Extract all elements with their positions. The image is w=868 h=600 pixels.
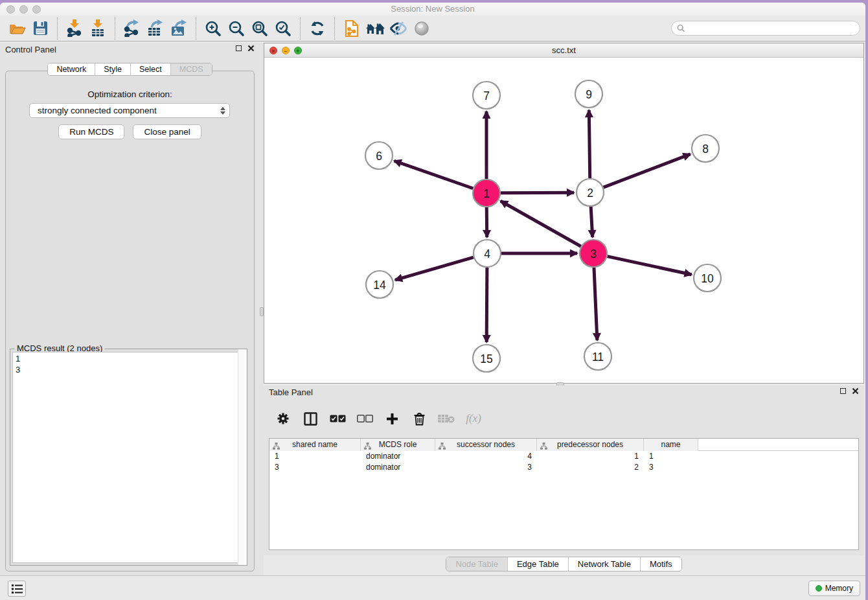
minimize-window-button[interactable]: [19, 5, 28, 14]
table-header: shared nameMCDS rolesuccessor nodesprede…: [269, 439, 858, 451]
graph-node-1[interactable]: 1: [473, 179, 500, 207]
graph-edge-3-1[interactable]: [501, 201, 581, 246]
import-network-button[interactable]: [63, 17, 86, 40]
close-panel-icon[interactable]: [247, 45, 255, 52]
homes-button[interactable]: [363, 17, 387, 40]
zoom-selected-button[interactable]: [271, 17, 295, 40]
graph-node-11[interactable]: 11: [584, 343, 611, 370]
graph-node-6[interactable]: 6: [365, 142, 393, 169]
table-row[interactable]: 3dominator323: [269, 462, 858, 473]
toolbar-separator: [196, 17, 196, 40]
graph-node-9[interactable]: 9: [575, 80, 602, 108]
graph-edge-3-10[interactable]: [608, 257, 692, 275]
network-title: scc.txt: [264, 43, 863, 57]
export-image-icon: [170, 19, 188, 37]
column-type-icon: [540, 441, 547, 453]
mcds-document-button[interactable]: [340, 17, 363, 40]
network-window-titlebar[interactable]: × − + scc.txt: [264, 43, 863, 58]
graph-edge-4-14[interactable]: [395, 257, 474, 280]
table-cell[interactable]: 2: [537, 462, 644, 473]
graph-edge-1-6[interactable]: [394, 161, 474, 188]
table-cell[interactable]: 3: [435, 462, 537, 473]
node-label: 3: [590, 248, 597, 260]
close-window-button[interactable]: [6, 5, 15, 14]
column-header-name[interactable]: name: [644, 439, 698, 451]
export-network-button[interactable]: [120, 17, 144, 40]
memory-button[interactable]: Memory: [808, 581, 860, 596]
tab-motifs[interactable]: Motifs: [640, 557, 681, 571]
search-input[interactable]: [685, 24, 854, 33]
mcds-panel: Optimization criterion: strongly connect…: [5, 71, 255, 571]
open-session-button[interactable]: [5, 17, 29, 40]
graph-node-10[interactable]: 10: [694, 264, 721, 292]
zoom-fit-button[interactable]: [248, 17, 271, 40]
float-table-panel-icon[interactable]: [840, 388, 846, 394]
graph-node-4[interactable]: 4: [474, 240, 501, 267]
mcds-result-text[interactable]: 13: [12, 352, 245, 563]
network-canvas[interactable]: 1234678910111415: [264, 58, 863, 383]
graph-edge-1-2[interactable]: [501, 192, 574, 193]
import-table-button[interactable]: [86, 17, 109, 40]
graph-node-7[interactable]: 7: [473, 82, 500, 109]
graph-edge-3-11[interactable]: [594, 268, 597, 340]
search-field[interactable]: [671, 21, 860, 36]
graph-node-3[interactable]: 3: [580, 240, 607, 267]
network-minimize-button[interactable]: −: [282, 47, 290, 54]
run-mcds-button[interactable]: Run MCDS: [58, 124, 124, 139]
table-cell[interactable]: dominator: [361, 462, 435, 473]
export-table-button[interactable]: [144, 17, 167, 40]
criterion-dropdown[interactable]: strongly connected component: [29, 103, 230, 118]
tab-select[interactable]: Select: [130, 63, 170, 75]
float-panel-icon[interactable]: [236, 45, 242, 51]
table-cell[interactable]: 3: [644, 462, 698, 473]
tab-style[interactable]: Style: [95, 63, 130, 75]
close-panel-button[interactable]: Close panel: [133, 124, 201, 139]
toolbar-separator: [300, 17, 301, 40]
graph-edge-2-8[interactable]: [604, 154, 691, 187]
graph-edge-4-15[interactable]: [486, 268, 487, 342]
zoom-window-button[interactable]: [32, 5, 41, 14]
hide-eye-button[interactable]: [387, 17, 410, 40]
tab-node-table[interactable]: Node Table: [446, 557, 507, 571]
tab-mcds[interactable]: MCDS: [170, 63, 212, 75]
network-maximize-button[interactable]: +: [294, 47, 302, 54]
table-row[interactable]: 1dominator411: [269, 451, 858, 462]
graph-edge-2-9[interactable]: [589, 110, 589, 178]
table-cell[interactable]: 3: [269, 462, 361, 473]
tab-network-table[interactable]: Network Table: [568, 557, 640, 571]
zoom-in-button[interactable]: [201, 17, 225, 40]
refresh-layout-button[interactable]: [306, 17, 329, 40]
save-session-button[interactable]: [29, 17, 52, 40]
graph-edge-2-3[interactable]: [591, 207, 593, 237]
delete-row-button[interactable]: [410, 410, 428, 428]
export-image-button[interactable]: [167, 17, 190, 40]
zoom-out-button[interactable]: [225, 17, 248, 40]
table-cell[interactable]: 1: [537, 451, 644, 462]
column-header-predecessor-nodes[interactable]: predecessor nodes: [537, 439, 644, 451]
tab-edge-table[interactable]: Edge Table: [507, 557, 568, 571]
tab-network[interactable]: Network: [48, 63, 95, 75]
add-row-button[interactable]: [383, 410, 401, 428]
network-close-button[interactable]: ×: [269, 47, 277, 54]
graph-node-14[interactable]: 14: [366, 271, 393, 298]
graph-node-15[interactable]: 15: [473, 345, 500, 372]
table-cell[interactable]: 1: [269, 451, 361, 462]
graph-node-2[interactable]: 2: [577, 179, 604, 206]
table-settings-button[interactable]: [274, 410, 292, 428]
function-builder-button[interactable]: f(x): [464, 410, 483, 428]
select-all-columns-button[interactable]: [328, 410, 347, 428]
column-header-mcds-role[interactable]: MCDS role: [361, 439, 435, 451]
unselect-all-columns-button[interactable]: [356, 410, 374, 428]
column-header-successor-nodes[interactable]: successor nodes: [435, 439, 537, 451]
close-table-panel-icon[interactable]: [852, 387, 859, 395]
column-header-shared-name[interactable]: shared name: [269, 439, 361, 451]
graph-node-8[interactable]: 8: [692, 135, 719, 162]
table-cell[interactable]: dominator: [361, 451, 435, 462]
delete-table-button[interactable]: [437, 410, 455, 428]
column-layout-button[interactable]: [301, 410, 319, 428]
result-scrollbar[interactable]: [238, 349, 247, 565]
task-history-button[interactable]: [8, 581, 26, 597]
table-cell[interactable]: 1: [644, 451, 698, 462]
sphere-button[interactable]: [410, 17, 433, 40]
table-cell[interactable]: 4: [435, 451, 537, 462]
